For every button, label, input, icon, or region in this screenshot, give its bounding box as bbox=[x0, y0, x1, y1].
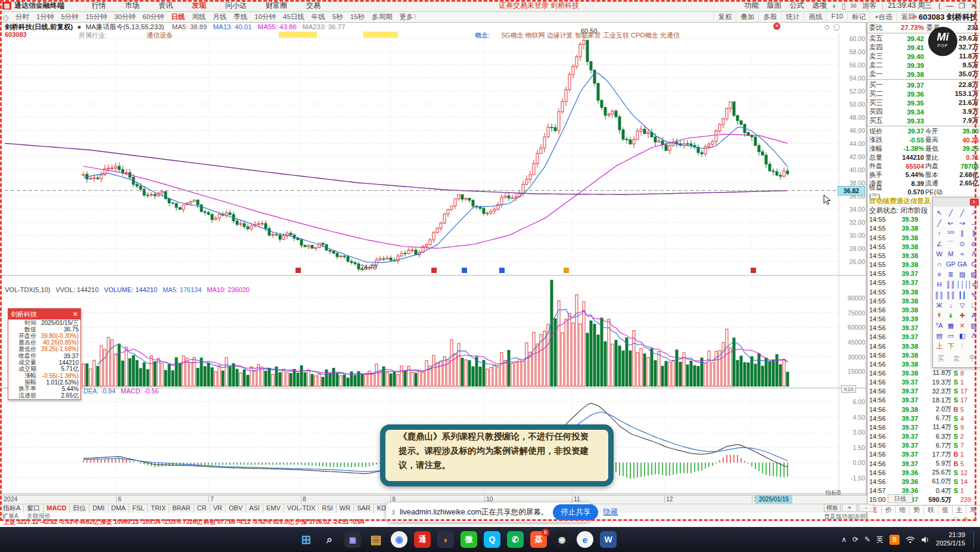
draw-tool-icon[interactable]: ↝ bbox=[957, 218, 968, 228]
indicator-tab-指标A[interactable]: 指标A bbox=[0, 504, 24, 513]
indicator-tab-RSI[interactable]: RSI bbox=[319, 504, 336, 513]
period-季线[interactable]: 季线 bbox=[230, 13, 251, 21]
indicator-tab-DMA[interactable]: DMA bbox=[108, 504, 129, 513]
taskbar-console-app[interactable]: ▣ bbox=[344, 531, 361, 548]
taskbar-phone-app[interactable]: ✆ bbox=[507, 531, 524, 548]
draw-tool-icon[interactable]: ✎ bbox=[968, 290, 979, 300]
draw-tool-icon[interactable]: ≡ bbox=[934, 269, 945, 280]
indicator-tab-SAR[interactable]: SAR bbox=[354, 504, 374, 513]
trade-tab-主[interactable]: 主 bbox=[953, 506, 967, 514]
palette-close-icon[interactable]: ✕ bbox=[970, 199, 979, 206]
action-叠加[interactable]: 叠加 bbox=[736, 13, 758, 21]
action-标记[interactable]: 标记 bbox=[847, 13, 870, 21]
draw-tool-icon[interactable]: ▨ bbox=[957, 269, 968, 280]
window-minimize-button[interactable]: — bbox=[946, 2, 953, 10]
period-更多〉[interactable]: 更多〉 bbox=[396, 13, 424, 21]
indicator-tab-DMI[interactable]: DMI bbox=[89, 504, 108, 513]
draw-tool-icon[interactable]: ╱ bbox=[957, 208, 968, 218]
sync-icon[interactable]: ⟳ bbox=[853, 535, 858, 544]
taskbar-chrome[interactable]: ◉ bbox=[391, 531, 407, 548]
utility-menu-功能[interactable]: 功能 bbox=[745, 1, 759, 11]
draw-tool-icon[interactable]: ¹²³ bbox=[945, 228, 956, 238]
trade-tab-值[interactable]: 值 bbox=[938, 506, 953, 514]
draw-tool-icon[interactable]: ✚ bbox=[957, 311, 968, 321]
draw-tool-icon[interactable]: ╱ bbox=[934, 218, 945, 228]
draw-tool-icon[interactable]: ▧ bbox=[968, 269, 979, 280]
action-F10[interactable]: F10 bbox=[826, 13, 847, 21]
period-5秒[interactable]: 5秒 bbox=[329, 13, 347, 21]
feedback-icon[interactable]: ✉ bbox=[850, 2, 856, 10]
menu-item-资讯[interactable]: 资讯 bbox=[149, 1, 182, 11]
window-maximize-button[interactable]: ❐ bbox=[959, 2, 965, 10]
draw-tool-icon[interactable]: ▭ bbox=[945, 331, 956, 341]
chart-corner-icon-1[interactable]: ▢ bbox=[833, 23, 844, 30]
volume-indicator-header[interactable]: VOL-TDX(5,10)VVOL: 144210VOLUME: 144210M… bbox=[5, 286, 255, 293]
window-back-button[interactable]: ⟨ bbox=[938, 2, 941, 10]
menu-item-交易[interactable]: 交易 bbox=[297, 1, 330, 11]
draw-tool-icon[interactable]: □ bbox=[968, 300, 979, 311]
period-15分钟[interactable]: 15分钟 bbox=[82, 13, 111, 21]
taskbar-lizhiweike-app[interactable]: 荔8 bbox=[530, 531, 547, 548]
taskbar-file-explorer[interactable]: ▤ bbox=[368, 531, 384, 548]
trade-tab-势[interactable]: 势 bbox=[910, 506, 924, 514]
period-30分钟[interactable]: 30分钟 bbox=[111, 13, 139, 21]
indicator-tab-TRIX[interactable]: TRIX bbox=[148, 504, 169, 513]
guest-label[interactable]: 游客 bbox=[862, 1, 876, 11]
indicator-tab-BRAR[interactable]: BRAR bbox=[169, 504, 194, 513]
template-control-+[interactable]: + bbox=[842, 504, 857, 512]
draw-tool-icon[interactable]: ↓ bbox=[945, 300, 956, 311]
indicator-b-label[interactable]: 指标B bbox=[825, 489, 841, 497]
template-control-模板[interactable]: 模板 bbox=[824, 504, 841, 512]
taskbar-start-button[interactable]: ⊞ bbox=[298, 531, 315, 548]
period-日线[interactable]: 日线 bbox=[167, 13, 188, 21]
taskbar-recorder-app[interactable]: ◉ bbox=[553, 531, 570, 548]
action-多股[interactable]: 多股 bbox=[758, 13, 781, 21]
period-15秒[interactable]: 15秒 bbox=[347, 13, 368, 21]
action-+自选[interactable]: +自选 bbox=[870, 13, 897, 21]
action-统计[interactable]: 统计 bbox=[781, 13, 804, 21]
draw-tool-icon[interactable]: ≣ bbox=[945, 269, 956, 280]
draw-tool-icon[interactable]: Λ bbox=[968, 249, 979, 259]
ma-indicator-label[interactable]: MA廉话股今(5,13,55,233) bbox=[86, 23, 164, 30]
period-10分钟[interactable]: 10分钟 bbox=[251, 13, 279, 21]
draw-tool-icon[interactable]: Ж bbox=[934, 300, 945, 311]
period-周线[interactable]: 周线 bbox=[188, 13, 209, 21]
draw-tool-icon[interactable]: ╱ bbox=[945, 208, 956, 218]
draw-tool-icon[interactable]: A bbox=[968, 311, 979, 321]
tray-expand-icon[interactable]: ∧ bbox=[841, 535, 847, 544]
draw-tool-icon[interactable]: Λ bbox=[968, 331, 979, 341]
draw-tool-icon[interactable]: ║║ bbox=[934, 290, 945, 300]
wifi-icon[interactable] bbox=[906, 536, 915, 544]
draw-tool-icon[interactable]: ↔ bbox=[968, 218, 979, 228]
indicator-tab-CR[interactable]: CR bbox=[194, 504, 210, 513]
draw-tool-icon[interactable]: ↡ bbox=[945, 311, 956, 321]
period-60分钟[interactable]: 60分钟 bbox=[139, 13, 167, 21]
menu-item-问小达[interactable]: 问小达 bbox=[216, 1, 256, 11]
panel-corner-icon-2[interactable]: ⎙ bbox=[972, 515, 977, 522]
draw-tool-icon[interactable]: ↑ bbox=[934, 228, 945, 238]
tooltip-close-icon[interactable]: ✕ bbox=[73, 309, 78, 320]
indicator-tab-ASI[interactable]: ASI bbox=[246, 504, 263, 513]
draw-tool-icon[interactable]: GA bbox=[957, 259, 968, 269]
period-label[interactable]: 日线 bbox=[888, 494, 913, 503]
trade-tab-联[interactable]: 联 bbox=[924, 506, 938, 514]
chart-corner-icon-0[interactable]: ◇ bbox=[825, 23, 833, 30]
draw-tool-icon[interactable]: ∠ bbox=[934, 239, 945, 249]
draw-tool-icon[interactable]: ║║ bbox=[945, 290, 956, 300]
indicator-tab-EMV[interactable]: EMV bbox=[263, 504, 284, 513]
indicator-tab-窗口[interactable]: 窗口 bbox=[24, 504, 43, 513]
utility-menu-公式[interactable]: 公式 bbox=[790, 1, 804, 11]
indicator-tab-OBV[interactable]: OBV bbox=[226, 504, 246, 513]
period-1分钟[interactable]: 1分钟 bbox=[33, 13, 57, 21]
palette-footer-买[interactable]: 买 bbox=[938, 354, 944, 363]
speaker-icon[interactable] bbox=[921, 536, 930, 544]
action-画线[interactable]: 画线 bbox=[804, 13, 826, 21]
sogou-icon[interactable]: S bbox=[889, 535, 900, 545]
taskbar-firefox[interactable]: ◗ bbox=[437, 531, 454, 548]
palette-footer-平[interactable]: 平 bbox=[969, 354, 975, 363]
draw-tool-icon[interactable]: ▤ bbox=[934, 331, 945, 341]
menu-item-发现[interactable]: 发现 bbox=[182, 1, 216, 11]
show-desktop-button[interactable] bbox=[973, 531, 976, 548]
period-45日线[interactable]: 45日线 bbox=[279, 13, 308, 21]
draw-tool-icon[interactable]: ⊘ bbox=[968, 239, 979, 249]
